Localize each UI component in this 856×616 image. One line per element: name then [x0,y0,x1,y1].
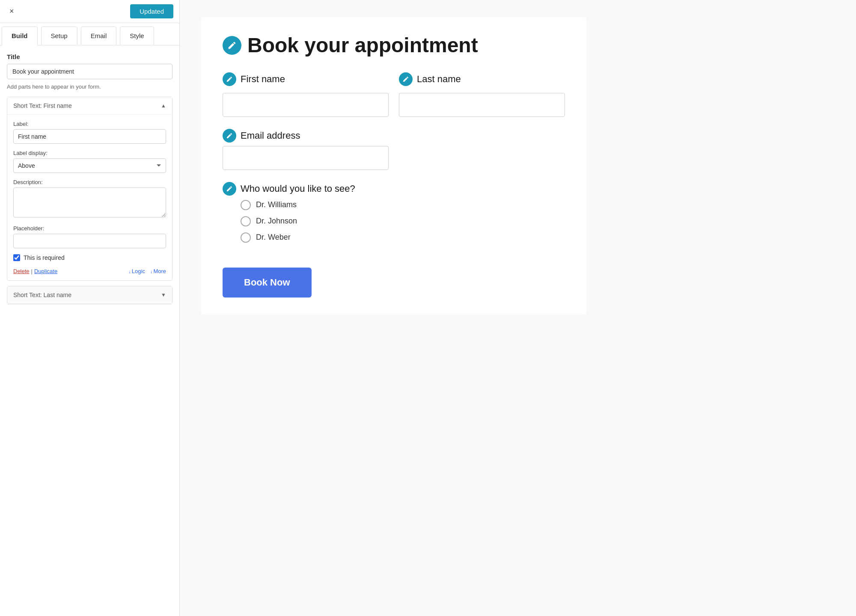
radio-circle-2 [241,216,251,226]
pencil-small-icon-3 [226,132,233,139]
doctor-section: Who would you like to see? Dr. Williams … [223,182,565,243]
email-edit-icon[interactable] [223,129,236,143]
pencil-small-icon-4 [226,185,233,192]
pencil-icon [227,41,237,50]
first-name-input[interactable] [223,93,389,117]
tab-setup[interactable]: Setup [41,27,77,45]
updated-button[interactable]: Updated [130,4,173,18]
first-name-edit-icon[interactable] [223,72,236,86]
book-now-button[interactable]: Book Now [223,268,312,298]
radio-dr-williams[interactable]: Dr. Williams [241,200,565,210]
preview-main-title: Book your appointment [247,34,478,57]
more-link[interactable]: ↓ More [150,268,166,274]
field-card-first-name-title: Short Text: First name [13,102,72,109]
pencil-small-icon [226,76,233,83]
more-label: More [153,268,166,274]
radio-dr-weber[interactable]: Dr. Weber [241,232,565,243]
panel-content: Title Add parts here to appear in your f… [0,45,179,616]
field-card-last-name-title: Short Text: Last name [13,292,71,298]
right-panel: Book your appointment First name [180,0,856,616]
title-section: Title Add parts here to appear in your f… [7,53,172,90]
doctor-edit-icon[interactable] [223,182,236,196]
required-label: This is required [24,254,65,261]
preview-title-row: Book your appointment [223,34,565,57]
field-card-last-name-header[interactable]: Short Text: Last name ▼ [7,286,172,304]
close-button[interactable]: × [6,5,18,18]
title-section-label: Title [7,53,172,60]
chevron-down-icon: ▼ [161,292,166,298]
email-label: Email address [241,130,300,141]
label-input[interactable] [13,129,166,144]
label-group: Label: [13,121,166,144]
field-card-first-name-body: Label: Label display: Above Below Hidden… [7,115,172,280]
more-arrow-icon: ↓ [150,269,153,274]
delete-button[interactable]: Delete [13,268,30,274]
hint-text: Add parts here to appear in your form. [7,83,172,90]
action-separator: | [31,268,33,274]
radio-label-dr-johnson: Dr. Johnson [256,217,297,226]
tab-style[interactable]: Style [120,27,154,45]
field-card-last-name: Short Text: Last name ▼ [7,286,172,304]
name-inputs-row [223,93,565,117]
left-panel: × Updated Build Setup Email Style Title … [0,0,180,616]
description-textarea[interactable] [13,187,166,217]
title-edit-icon[interactable] [223,36,241,55]
tab-build[interactable]: Build [2,27,38,45]
label-display-label: Label display: [13,150,166,156]
field-card-first-name: Short Text: First name ▲ Label: Label di… [7,97,172,281]
description-group: Description: [13,179,166,219]
top-bar: × Updated [0,0,179,23]
radio-label-dr-williams: Dr. Williams [256,200,297,209]
last-name-label-row: Last name [399,72,565,86]
radio-dr-johnson[interactable]: Dr. Johnson [241,216,565,226]
doctor-label-row: Who would you like to see? [223,182,565,196]
field-card-first-name-header[interactable]: Short Text: First name ▲ [7,97,172,115]
last-name-label: Last name [417,74,461,85]
required-row: This is required [13,254,166,261]
duplicate-button[interactable]: Duplicate [34,268,57,274]
action-left: Delete | Duplicate [13,268,57,274]
logic-link[interactable]: ↓ Logic [128,268,145,274]
logic-label: Logic [132,268,145,274]
first-name-label-row: First name [223,72,389,86]
label-display-select[interactable]: Above Below Hidden [13,158,166,173]
pencil-small-icon-2 [402,76,409,83]
placeholder-group: Placeholder: [13,225,166,248]
label-display-group: Label display: Above Below Hidden [13,150,166,173]
email-section: Email address [223,129,565,170]
title-input[interactable] [7,64,172,79]
last-name-input[interactable] [399,93,565,117]
tab-email[interactable]: Email [81,27,117,45]
radio-circle-1 [241,200,251,210]
first-name-label: First name [241,74,285,85]
email-input[interactable] [223,146,389,170]
placeholder-input[interactable] [13,234,166,248]
chevron-up-icon: ▲ [161,103,166,109]
name-fields-row: First name Last name [223,72,565,117]
radio-label-dr-weber: Dr. Weber [256,233,291,242]
placeholder-label: Placeholder: [13,225,166,232]
required-checkbox[interactable] [13,254,20,261]
last-name-edit-icon[interactable] [399,72,413,86]
radio-circle-3 [241,232,251,243]
doctor-label: Who would you like to see? [241,183,355,194]
form-preview: Book your appointment First name [201,17,586,315]
logic-arrow-icon: ↓ [128,269,131,274]
tabs-bar: Build Setup Email Style [0,23,179,45]
description-label: Description: [13,179,166,185]
field-actions-row: Delete | Duplicate ↓ Logic ↓ More [13,266,166,274]
email-label-row: Email address [223,129,565,143]
action-right: ↓ Logic ↓ More [128,268,166,274]
label-field-label: Label: [13,121,166,127]
doctor-radio-group: Dr. Williams Dr. Johnson Dr. Weber [241,200,565,243]
